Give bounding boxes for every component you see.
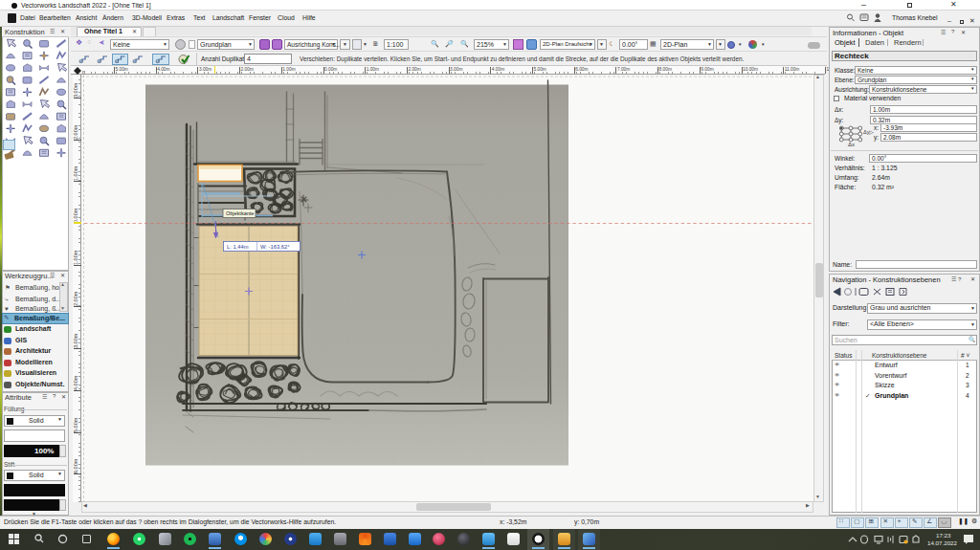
svg-text:L: 1,44m: L: 1,44m	[227, 243, 249, 249]
svg-text:Objektkante: Objektkante	[226, 210, 254, 216]
svg-text:W: -163,62°: W: -163,62°	[260, 243, 290, 249]
